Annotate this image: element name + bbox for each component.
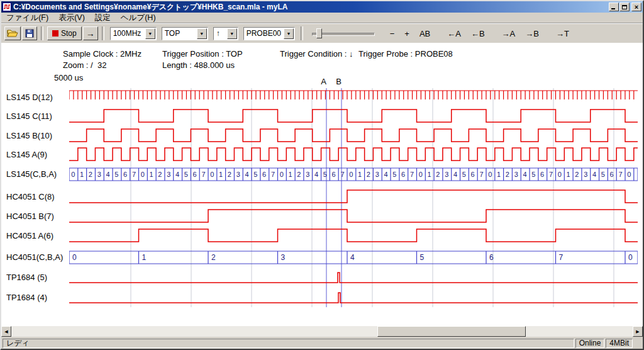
waveform-trace: [69, 190, 638, 203]
bus-value: 4: [384, 171, 387, 178]
bus-value: 1: [497, 171, 501, 178]
sample-clock-select[interactable]: 100MHz ▼: [110, 27, 157, 40]
bus-value: 5: [420, 253, 425, 262]
main-area: Sample Clock : 2MHz Trigger Position : T…: [1, 43, 643, 326]
waveform-trace: [69, 210, 638, 222]
bus-value: 6: [262, 171, 266, 178]
bus-value: 2: [228, 171, 231, 178]
bus-value: 3: [445, 171, 448, 178]
status-memory: 4MBit: [606, 339, 633, 348]
slider-thumb[interactable]: [316, 28, 322, 38]
bus-value: 0: [488, 171, 492, 178]
bus-value: 6: [193, 171, 197, 178]
app-icon: [3, 3, 11, 11]
bus-value: 0: [141, 171, 145, 178]
zoom-out-button[interactable]: −: [388, 28, 397, 40]
goto-a-next-button[interactable]: →A: [500, 28, 518, 40]
bus-value: 7: [559, 253, 564, 262]
channel-label: TP1684 (5): [6, 268, 47, 287]
dropdown-icon[interactable]: ▼: [227, 28, 237, 39]
bus-value: 4: [175, 171, 179, 178]
bus-value: 0: [628, 253, 633, 262]
channel-labels: LS145 D(12)LS145 C(11)LS145 B(10)LS145 A…: [6, 72, 68, 326]
trigger-probe-select[interactable]: PROBE00 ▼: [243, 27, 295, 40]
trigger-position-select[interactable]: TOP ▼: [162, 27, 208, 40]
trigger-position-value: TOP: [162, 29, 182, 38]
stop-label: Stop: [61, 29, 77, 38]
open-button[interactable]: [4, 26, 21, 40]
bus-value: 1: [150, 171, 153, 178]
horizontal-scrollbar[interactable]: ◀ ▶: [1, 326, 643, 337]
bus-value: 0: [210, 171, 214, 178]
scrollbar-thumb[interactable]: [377, 326, 526, 337]
menu-item[interactable]: ファイル(F): [1, 12, 53, 24]
scroll-left-button[interactable]: ◀: [1, 326, 11, 337]
scroll-right-button[interactable]: ▶: [633, 326, 643, 337]
minimize-button[interactable]: [609, 3, 619, 11]
open-folder-icon: [7, 29, 18, 38]
bus-value: 5: [462, 171, 466, 178]
bus-value: 4: [592, 171, 596, 178]
waveform-trace: [69, 91, 638, 99]
goto-b-prev-button[interactable]: ←B: [469, 28, 487, 40]
minimize-icon: [611, 8, 615, 9]
channel-label: LS145 B(10): [6, 127, 52, 145]
channel-label: LS145 D(12): [6, 88, 53, 107]
dropdown-icon[interactable]: ▼: [197, 28, 207, 39]
marker-label-a[interactable]: A: [319, 77, 326, 86]
maximize-button[interactable]: [619, 3, 630, 11]
bus-value: 2: [367, 171, 370, 178]
ab-button[interactable]: AB: [418, 28, 432, 40]
waveform-trace: [69, 229, 638, 242]
title-bar[interactable]: C:¥Documents and Settings¥noname¥デスクトップ¥…: [1, 1, 643, 13]
bus-value: 1: [358, 171, 362, 178]
channel-label: HC4051 C(8): [6, 188, 55, 206]
status-online: Online: [575, 339, 605, 348]
menu-item[interactable]: 表示(V): [53, 12, 90, 24]
bus-value: 2: [575, 171, 579, 178]
bus-value: 1: [289, 171, 292, 178]
channel-label: LS145 C(11): [6, 107, 52, 126]
channel-label: HC4051(C,B,A): [6, 248, 63, 267]
bus-value: 0: [72, 253, 77, 262]
bus-value: 0: [419, 171, 423, 178]
bus-value: 6: [610, 171, 614, 178]
bus-value: 4: [453, 171, 457, 178]
waveform-area[interactable]: 5000 us LS145 D(12)LS145 C(11)LS145 B(10…: [1, 72, 643, 326]
bus-value: 3: [167, 171, 170, 178]
dropdown-icon[interactable]: ▼: [284, 28, 294, 39]
zoom-in-button[interactable]: +: [402, 28, 411, 40]
bus-value: 1: [219, 171, 223, 178]
goto-trigger-button[interactable]: →T: [554, 28, 571, 40]
bus-value: 3: [281, 253, 286, 262]
bus-value: 1: [142, 253, 147, 262]
bus-value: 6: [540, 171, 544, 178]
bus-value: 4: [314, 171, 318, 178]
menu-item[interactable]: ヘルプ(H): [116, 12, 161, 24]
save-button[interactable]: [22, 26, 37, 40]
waveform-plot[interactable]: 0123456701234567012345670123456701234567…: [69, 88, 638, 307]
run-button[interactable]: →: [83, 26, 98, 40]
trigger-edge-value: ↑: [214, 29, 223, 38]
bus-value: 6: [123, 171, 127, 178]
close-button[interactable]: ×: [631, 3, 641, 11]
bus-value: 2: [436, 171, 440, 178]
stop-button[interactable]: Stop: [47, 26, 82, 40]
bus-value: 1: [428, 171, 431, 178]
dropdown-icon[interactable]: ▼: [145, 28, 155, 39]
goto-a-prev-button[interactable]: ←A: [445, 28, 463, 40]
bus-value: 0: [71, 171, 75, 178]
trigger-edge-select[interactable]: ↑ ▼: [213, 27, 238, 40]
bus-value: 7: [479, 171, 483, 178]
length-info: Length : 488.000 us: [162, 60, 235, 70]
channel-label: HC4051 B(7): [6, 207, 54, 226]
waveform-trace: [69, 293, 638, 303]
marker-label-b[interactable]: B: [334, 77, 341, 86]
menu-item[interactable]: 設定: [90, 12, 116, 24]
goto-b-next-button[interactable]: →B: [523, 28, 541, 40]
toolbar-separator: [102, 26, 104, 40]
sample-clock-info: Sample Clock : 2MHz: [63, 49, 142, 59]
bus-value: 4: [523, 171, 526, 178]
bus-value: 2: [89, 171, 92, 178]
zoom-slider[interactable]: [311, 26, 376, 40]
